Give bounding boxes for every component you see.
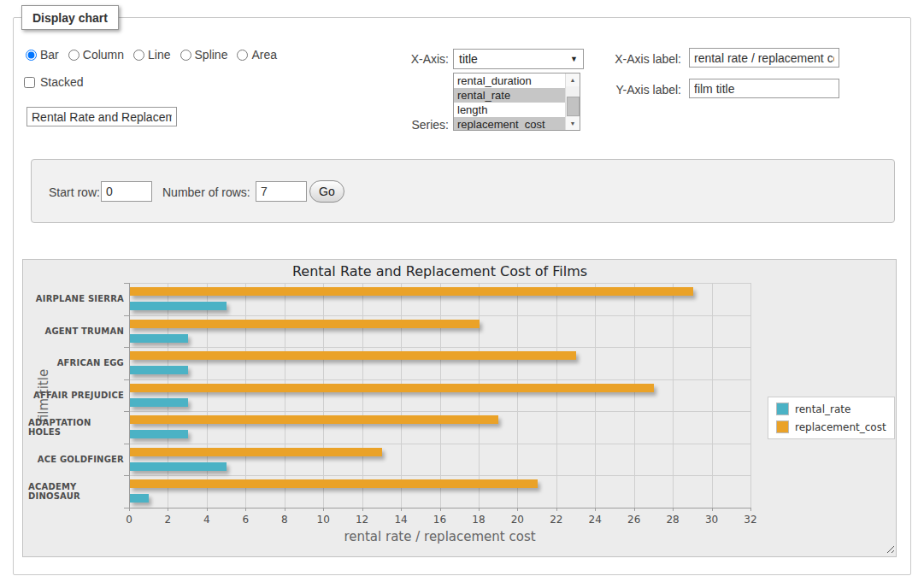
number-of-rows-label: Number of rows:	[162, 185, 250, 199]
category-label: AFRICAN EGG	[28, 347, 124, 379]
category-label: AFFAIR PREJUDICE	[28, 379, 124, 412]
gridline	[285, 283, 285, 508]
series-option-rental_rate[interactable]: rental_rate	[454, 88, 566, 103]
gridline	[207, 283, 208, 508]
stacked-label: Stacked	[40, 75, 84, 89]
y-axis-line	[129, 283, 130, 508]
gridline	[168, 283, 168, 508]
gridline	[129, 347, 750, 348]
x-tick-label: 12	[347, 514, 378, 526]
x-tick-label: 14	[385, 514, 416, 526]
chart-type-option-area[interactable]: Area	[237, 48, 277, 62]
gridline	[129, 411, 750, 412]
chart-type-radio-bar[interactable]	[26, 50, 37, 61]
gridline	[362, 283, 363, 508]
rows-panel	[31, 159, 895, 223]
bar-rental_rate	[130, 430, 188, 438]
bar-replacement_cost	[130, 415, 498, 424]
legend-label: rental_rate	[795, 403, 850, 415]
x-tick-label: 2	[152, 514, 183, 526]
x-tick-label: 22	[541, 514, 572, 526]
category-label: ADAPTATION HOLES	[28, 411, 124, 444]
gridline	[129, 379, 750, 380]
gridline	[440, 283, 441, 508]
chart-type-radios: BarColumnLineSplineArea	[26, 48, 277, 62]
bar-rental_rate	[130, 494, 149, 503]
go-button[interactable]: Go	[309, 180, 344, 203]
chart-type-label: Area	[251, 48, 277, 62]
x-tick-label: 26	[619, 514, 650, 526]
bar-rental_rate	[130, 302, 227, 310]
scroll-down-icon[interactable]: ▼	[566, 117, 580, 130]
chart-type-option-line[interactable]: Line	[133, 48, 170, 62]
gridline	[479, 283, 480, 508]
x-tick-label: 8	[269, 514, 300, 526]
gridline	[323, 283, 324, 508]
y-axis-label-input[interactable]	[689, 79, 839, 98]
chart-type-radio-column[interactable]	[68, 50, 79, 61]
legend-item-replacement_cost: replacement_cost	[776, 420, 886, 433]
series-scrollbar[interactable]: ▲ ▼	[565, 73, 580, 130]
chart-type-option-bar[interactable]: Bar	[26, 48, 59, 62]
x-axis-line	[129, 508, 751, 509]
x-axis-label-input[interactable]	[689, 48, 839, 68]
x-axis-selected-value: title	[459, 52, 478, 66]
bar-rental_rate	[130, 398, 188, 407]
app-window: Display chart BarColumnLineSplineArea St…	[0, 0, 924, 582]
series-option-replacement_cost[interactable]: replacement_cost	[454, 117, 566, 131]
bar-replacement_cost	[130, 351, 576, 360]
resize-grip-icon[interactable]	[885, 544, 894, 553]
series-option-rental_duration[interactable]: rental_duration	[454, 73, 566, 88]
x-axis-select-label: X-Axis:	[380, 52, 449, 66]
gridline	[401, 283, 402, 508]
stacked-checkbox-row: Stacked	[24, 75, 84, 89]
chart-title-input[interactable]	[26, 107, 177, 126]
category-label: AIRPLANE SIERRA	[28, 283, 124, 315]
series-option-length[interactable]: length	[454, 103, 566, 117]
gridline	[712, 283, 713, 508]
bar-replacement_cost	[130, 448, 382, 456]
x-tick-label: 32	[735, 514, 766, 526]
series-select-label: Series:	[380, 118, 449, 132]
gridline	[129, 283, 750, 284]
bar-replacement_cost	[130, 479, 538, 488]
start-row-input[interactable]	[101, 181, 152, 202]
scroll-up-icon[interactable]: ▲	[566, 73, 580, 86]
chart-type-option-column[interactable]: Column	[68, 48, 124, 62]
gridline	[634, 283, 635, 508]
series-listbox[interactable]: rental_durationrental_ratelengthreplacem…	[453, 73, 580, 131]
chart-type-label: Bar	[40, 48, 59, 62]
x-tick-label: 4	[191, 514, 222, 526]
x-tick-label: 16	[425, 514, 456, 526]
chart-type-radio-spline[interactable]	[180, 50, 191, 61]
chevron-down-icon: ▼	[570, 55, 578, 63]
chart-type-radio-area[interactable]	[237, 50, 248, 61]
category-label: ACADEMY DINOSAUR	[28, 475, 124, 508]
gridline	[129, 315, 750, 316]
number-of-rows-input[interactable]	[256, 181, 307, 202]
stacked-checkbox[interactable]	[24, 77, 35, 88]
legend-item-rental_rate: rental_rate	[776, 403, 886, 415]
x-axis-label-caption: X-Axis label:	[609, 52, 681, 66]
gridline	[517, 283, 518, 508]
x-tick-label: 0	[114, 514, 144, 526]
y-axis-label-caption: Y-Axis label:	[609, 83, 681, 97]
category-label: AGENT TRUMAN	[28, 315, 124, 348]
chart-title: Rental Rate and Replacement Cost of Film…	[129, 263, 750, 279]
bar-replacement_cost	[130, 287, 693, 296]
chart-type-option-spline[interactable]: Spline	[180, 48, 228, 62]
x-tick-label: 18	[463, 514, 494, 526]
scrollbar-thumb[interactable]	[567, 97, 580, 116]
chart-type-radio-line[interactable]	[133, 50, 144, 61]
fieldset-legend-text: Display chart	[32, 11, 108, 25]
bar-rental_rate	[130, 366, 188, 374]
x-tick-label: 28	[657, 514, 688, 526]
chart-type-label: Line	[148, 48, 170, 62]
bar-rental_rate	[130, 462, 227, 471]
gridline	[673, 283, 674, 508]
x-tick-label: 24	[580, 514, 610, 526]
x-tick-label: 10	[308, 514, 338, 526]
category-label: ACE GOLDFINGER	[28, 444, 124, 476]
x-axis-select[interactable]: title ▼	[453, 49, 584, 69]
chart-box: Rental Rate and Replacement Cost of Film…	[22, 259, 897, 557]
